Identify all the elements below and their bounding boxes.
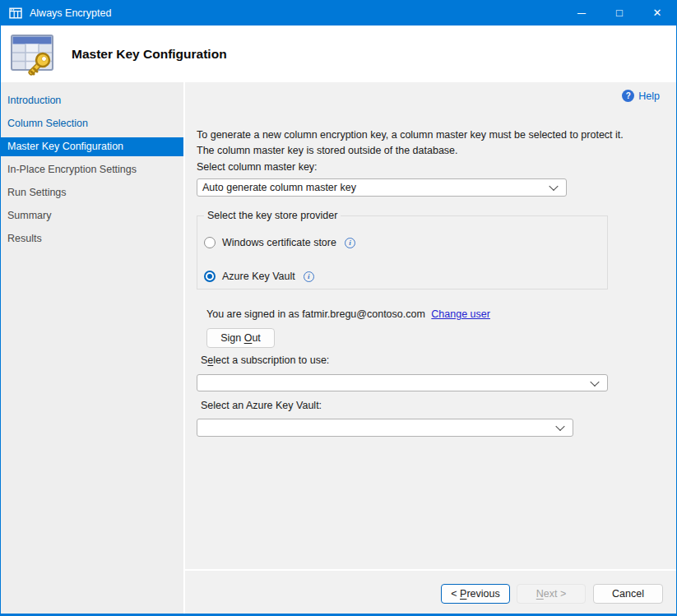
- sidebar-item-introduction[interactable]: Introduction: [1, 89, 183, 112]
- chevron-down-icon: [549, 182, 558, 191]
- button-label: ut: [252, 332, 260, 344]
- help-link[interactable]: ? Help: [622, 90, 660, 102]
- column-master-key-label: Select column master key:: [197, 161, 318, 173]
- windows-certificate-store-radio[interactable]: [204, 237, 216, 248]
- intro-text: To generate a new column encryption key,…: [197, 127, 628, 159]
- sidebar-item-summary[interactable]: Summary: [1, 204, 183, 227]
- minimize-button[interactable]: ─: [563, 0, 600, 25]
- azure-key-vault-select[interactable]: [197, 419, 573, 437]
- button-label: O: [244, 332, 253, 344]
- help-icon: ?: [622, 90, 634, 102]
- next-button[interactable]: Next >: [517, 584, 586, 604]
- button-label: <: [451, 588, 460, 600]
- info-icon[interactable]: i: [345, 238, 355, 248]
- chevron-down-icon: [555, 422, 564, 431]
- sidebar-item-column-selection[interactable]: Column Selection: [1, 112, 183, 135]
- sidebar-item-in-place-encryption-settings[interactable]: In-Place Encryption Settings: [1, 158, 183, 181]
- maximize-button[interactable]: □: [600, 0, 638, 25]
- master-key-configuration-page: ? Help To generate a new column encrypti…: [185, 82, 676, 614]
- key-store-provider-legend: Select the key store provider: [204, 210, 341, 221]
- sidebar-item-results[interactable]: Results: [1, 227, 183, 250]
- subscription-label: Select a subscription to use:: [201, 354, 329, 366]
- wizard-header: Master Key Configuration: [1, 25, 676, 82]
- window-controls: ─ □ ✕: [563, 0, 676, 25]
- signed-in-status: You are signed in as fatmir.bregu@contos…: [206, 308, 490, 320]
- titlebar: Always Encrypted ─ □ ✕: [1, 0, 676, 25]
- table-key-icon: [7, 31, 58, 77]
- key-store-provider-group: Select the key store provider Windows ce…: [197, 215, 608, 289]
- button-label: N: [536, 588, 544, 600]
- azure-key-vault-radio[interactable]: [204, 271, 216, 282]
- previous-button[interactable]: < Previous: [441, 584, 510, 604]
- close-button[interactable]: ✕: [638, 0, 676, 25]
- always-encrypted-app-icon: [9, 7, 22, 20]
- windows-certificate-store-option: Windows certificate store i: [204, 237, 355, 248]
- help-label: Help: [638, 90, 660, 102]
- footer-separator: [185, 569, 676, 571]
- sign-out-button[interactable]: Sign Out: [206, 328, 275, 348]
- azure-key-vault-option: Azure Key Vault i: [204, 271, 314, 282]
- wizard-steps-sidebar: Introduction Column Selection Master Key…: [1, 82, 185, 614]
- subscription-select[interactable]: [197, 374, 608, 391]
- sidebar-item-run-settings[interactable]: Run Settings: [1, 181, 183, 204]
- azure-key-vault-label: Azure Key Vault: [222, 271, 295, 282]
- window-title: Always Encrypted: [30, 7, 111, 19]
- info-icon[interactable]: i: [304, 271, 314, 282]
- column-master-key-value: Auto generate column master key: [202, 182, 356, 193]
- button-label: Cancel: [612, 588, 644, 600]
- always-encrypted-window: Always Encrypted ─ □ ✕ Mas: [0, 0, 677, 616]
- azure-key-vault-select-label: Select an Azure Key Vault:: [201, 400, 322, 411]
- sidebar-item-master-key-configuration[interactable]: Master Key Configuration: [1, 137, 183, 156]
- chevron-down-icon: [590, 377, 599, 386]
- windows-certificate-store-label: Windows certificate store: [222, 237, 336, 248]
- cancel-button[interactable]: Cancel: [593, 584, 663, 604]
- button-label: Sign: [220, 332, 244, 344]
- button-label: revious: [466, 588, 499, 600]
- button-label: ext >: [544, 588, 566, 600]
- change-user-link[interactable]: Change user: [431, 308, 490, 320]
- column-master-key-select[interactable]: Auto generate column master key: [197, 178, 567, 197]
- page-title: Master Key Configuration: [72, 47, 227, 62]
- signed-in-text: You are signed in as fatmir.bregu@contos…: [206, 308, 425, 320]
